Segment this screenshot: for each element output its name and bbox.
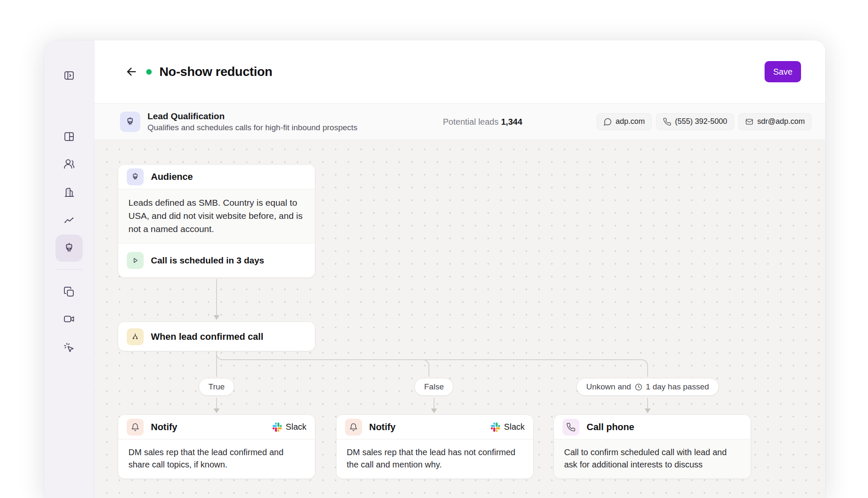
- phone-chip-label: (555) 392-5000: [675, 117, 727, 126]
- call-phone-title: Call phone: [587, 422, 634, 433]
- slack-icon: [273, 422, 282, 432]
- notify-description: DM sales rep that the lead has not confi…: [337, 439, 533, 478]
- branch-pill-true[interactable]: True: [199, 378, 234, 396]
- call-phone-description: Call to confirm scheduled call with lead…: [554, 439, 751, 478]
- status-dot: [146, 69, 152, 75]
- notify-description: DM sales rep that the lead confirmed and…: [118, 439, 315, 478]
- condition-node[interactable]: When lead confirmed call: [118, 322, 315, 351]
- email-chip[interactable]: sdr@adp.com: [738, 113, 812, 130]
- condition-title: When lead confirmed call: [151, 331, 263, 342]
- mail-icon: [745, 118, 754, 126]
- arrow-left-icon: [125, 65, 138, 78]
- back-button[interactable]: [124, 64, 139, 79]
- sidebar-divider: [56, 269, 83, 270]
- cursor-click-icon[interactable]: [63, 341, 75, 354]
- slack-badge: Slack: [491, 422, 525, 432]
- clock-icon: [634, 383, 643, 391]
- call-phone-node[interactable]: Call phone Call to confirm scheduled cal…: [554, 414, 751, 479]
- app-window: No-show reduction Save Lead Qualificatio…: [44, 40, 825, 498]
- bell-icon: [127, 419, 144, 436]
- potential-leads: Potential leads1,344: [443, 117, 522, 126]
- phone-chip[interactable]: (555) 392-5000: [656, 113, 734, 130]
- audience-description: Leads defined as SMB. Country is equal t…: [118, 189, 315, 243]
- workflow-canvas[interactable]: Audience Leads defined as SMB. Country i…: [95, 140, 825, 498]
- branch-unknown-suffix: 1 day has passed: [646, 382, 709, 392]
- workflow-bar: Lead Qualification Qualifies and schedul…: [95, 103, 825, 140]
- people-icon[interactable]: [63, 157, 75, 170]
- email-chip-label: sdr@adp.com: [757, 117, 805, 126]
- dashboard-icon[interactable]: [63, 130, 75, 143]
- branch-false-label: False: [424, 382, 444, 392]
- phone-icon: [562, 419, 579, 436]
- potential-leads-label: Potential leads: [443, 117, 498, 126]
- panel-toggle-icon[interactable]: [63, 69, 75, 82]
- audience-trigger: Call is scheduled in 3 days: [151, 255, 264, 266]
- bell-icon: [345, 419, 362, 436]
- branch-icon: [127, 328, 144, 345]
- notify-title: Notify: [369, 422, 395, 433]
- copy-icon[interactable]: [63, 285, 75, 298]
- app-header: No-show reduction Save: [95, 40, 825, 103]
- audience-node[interactable]: Audience Leads defined as SMB. Country i…: [118, 164, 315, 278]
- page-title: No-show reduction: [159, 64, 273, 79]
- sidebar: [44, 40, 95, 498]
- website-chip[interactable]: adp.com: [597, 113, 652, 130]
- chat-icon: [604, 118, 612, 126]
- trend-icon[interactable]: [63, 214, 75, 227]
- contact-chips: adp.com (555) 392-5000 sdr@adp.com: [597, 113, 812, 130]
- phone-icon: [663, 118, 671, 126]
- slack-label: Slack: [286, 422, 306, 432]
- notify-node-false[interactable]: Notify Slack DM sales rep that the lead …: [336, 414, 534, 479]
- robot-icon-active[interactable]: [56, 235, 83, 262]
- company-icon[interactable]: [63, 186, 75, 199]
- branch-true-label: True: [209, 382, 225, 392]
- video-icon[interactable]: [63, 313, 75, 325]
- notify-node-true[interactable]: Notify Slack DM sales rep that the lead …: [118, 414, 315, 479]
- notify-title: Notify: [151, 422, 177, 433]
- slack-badge: Slack: [273, 422, 306, 432]
- main-panel: No-show reduction Save Lead Qualificatio…: [95, 40, 825, 498]
- potential-leads-value: 1,344: [501, 117, 522, 126]
- branch-pill-false[interactable]: False: [415, 378, 453, 396]
- slack-icon: [491, 422, 500, 432]
- workflow-name: Lead Qualification: [147, 111, 357, 122]
- workflow-description: Qualifies and schedules calls for high-f…: [147, 123, 357, 133]
- branch-pill-unknown[interactable]: Unkown and 1 day has passed: [576, 378, 719, 396]
- save-button[interactable]: Save: [765, 61, 801, 82]
- website-chip-label: adp.com: [616, 117, 645, 126]
- robot-icon: [127, 168, 144, 185]
- robot-icon: [120, 112, 140, 132]
- branch-unknown-prefix: Unkown and: [586, 382, 631, 392]
- play-icon: [127, 252, 144, 269]
- slack-label: Slack: [504, 422, 525, 432]
- audience-title: Audience: [151, 171, 193, 182]
